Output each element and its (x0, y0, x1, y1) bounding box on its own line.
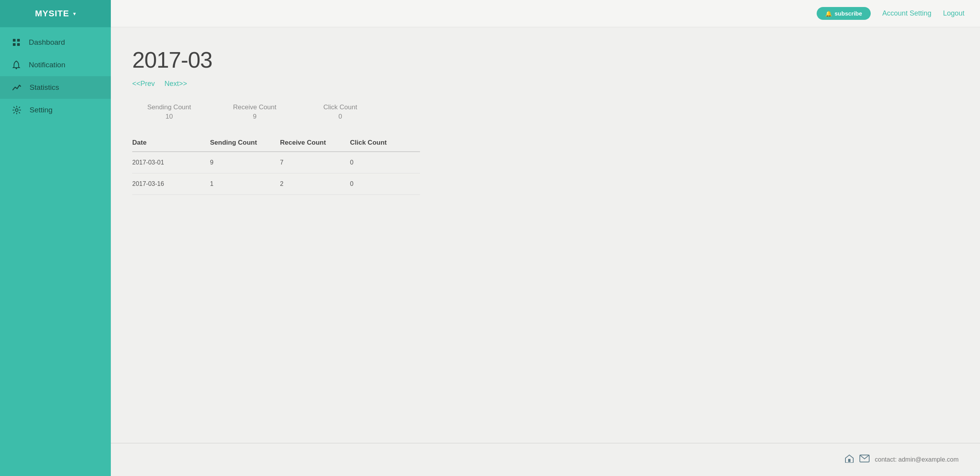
gear-icon (12, 106, 21, 114)
table-header-row: Date Sending Count Receive Count Click C… (132, 134, 420, 152)
sending-count-stat: Sending Count 10 (132, 103, 218, 121)
sidebar-item-dashboard-label: Dashboard (29, 38, 65, 47)
col-sending-count: Sending Count (210, 134, 280, 152)
summary-stats: Sending Count 10 Receive Count 9 Click C… (132, 103, 959, 121)
col-date: Date (132, 134, 210, 152)
topbar: 🔔 subscribe Account Setting Logout (111, 0, 980, 27)
subscribe-button[interactable]: 🔔 subscribe (817, 7, 871, 20)
sending-count-value: 10 (166, 113, 173, 121)
sidebar-item-statistics[interactable]: Statistics (0, 76, 111, 99)
table-row: 2017-03-16120 (132, 173, 420, 195)
svg-rect-3 (17, 43, 20, 46)
cell-click: 0 (350, 152, 420, 173)
sidebar-item-dashboard[interactable]: Dashboard (0, 31, 111, 54)
sidebar-item-notification[interactable]: Notification (0, 54, 111, 76)
subscribe-label: subscribe (835, 10, 862, 17)
sidebar-header: MYSITE ▾ (0, 0, 111, 27)
page-title: 2017-03 (132, 47, 959, 73)
cell-sending: 9 (210, 152, 280, 173)
sidebar-item-setting-label: Setting (30, 106, 52, 114)
sidebar: MYSITE ▾ Dashboard (0, 0, 111, 476)
receive-count-label: Receive Count (233, 103, 276, 111)
svg-rect-2 (13, 43, 16, 46)
svg-rect-1 (17, 39, 20, 42)
cell-date: 2017-03-01 (132, 152, 210, 173)
receive-count-stat: Receive Count 9 (218, 103, 303, 121)
stats-table: Date Sending Count Receive Count Click C… (132, 134, 420, 195)
col-click-count: Click Count (350, 134, 420, 152)
bell-icon (12, 61, 20, 69)
chart-icon (12, 84, 21, 91)
click-count-value: 0 (338, 113, 342, 121)
cell-date: 2017-03-16 (132, 173, 210, 195)
main-content: 🔔 subscribe Account Setting Logout 2017-… (111, 0, 980, 476)
cell-click: 0 (350, 173, 420, 195)
click-count-stat: Click Count 0 (303, 103, 389, 121)
svg-rect-0 (13, 39, 16, 42)
sending-count-label: Sending Count (147, 103, 191, 111)
prev-link[interactable]: <<Prev (132, 80, 155, 88)
sidebar-item-notification-label: Notification (29, 61, 65, 69)
period-nav: <<Prev Next>> (132, 80, 959, 88)
footer: contact: admin@example.com (111, 443, 980, 476)
sidebar-nav: Dashboard Notification (0, 27, 111, 125)
receive-count-value: 9 (253, 113, 256, 121)
cell-sending: 1 (210, 173, 280, 195)
footer-contact: contact: admin@example.com (875, 456, 959, 463)
sidebar-item-statistics-label: Statistics (30, 83, 59, 92)
click-count-label: Click Count (324, 103, 357, 111)
app-title: MYSITE (35, 9, 69, 19)
subscribe-bell-icon: 🔔 (825, 10, 832, 17)
content-area: 2017-03 <<Prev Next>> Sending Count 10 R… (111, 27, 980, 443)
sidebar-item-setting[interactable]: Setting (0, 99, 111, 121)
cell-receive: 7 (280, 152, 350, 173)
table-row: 2017-03-01970 (132, 152, 420, 173)
next-link[interactable]: Next>> (164, 80, 187, 88)
logout-link[interactable]: Logout (943, 9, 964, 18)
svg-rect-6 (848, 459, 850, 462)
account-setting-link[interactable]: Account Setting (882, 9, 931, 18)
grid-icon (12, 38, 20, 46)
sidebar-caret-icon: ▾ (73, 10, 76, 17)
svg-point-5 (16, 109, 18, 112)
home-icon (845, 454, 854, 465)
mail-icon (859, 455, 870, 465)
svg-point-4 (16, 68, 17, 69)
col-receive-count: Receive Count (280, 134, 350, 152)
cell-receive: 2 (280, 173, 350, 195)
